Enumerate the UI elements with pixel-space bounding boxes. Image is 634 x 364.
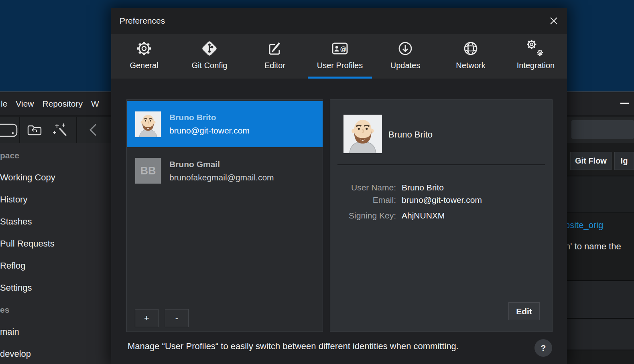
- branch-link-partial[interactable]: bsite_orig: [565, 220, 603, 231]
- row-divider: [567, 280, 634, 281]
- globe-icon: [461, 39, 480, 58]
- sidebar-item-pull-requests[interactable]: Pull Requests: [0, 238, 55, 249]
- help-button[interactable]: ?: [534, 339, 552, 357]
- contact-card-icon: @: [330, 39, 350, 58]
- sidebar: pace Working Copy History Stashes Pull R…: [0, 143, 111, 364]
- profile-email: brunofakegmail@gmail.com: [169, 173, 274, 182]
- detail-value: AhjNUNXM: [402, 210, 445, 220]
- tab-label: Integration: [517, 61, 555, 70]
- preferences-dialog: Preferences Genera: [111, 8, 567, 364]
- sidebar-item-settings[interactable]: Settings: [0, 282, 32, 293]
- git-logo-icon: [200, 39, 219, 58]
- git-flow-button[interactable]: Git Flow: [570, 152, 612, 170]
- svg-text:@: @: [340, 45, 347, 53]
- sidebar-item-branch-main[interactable]: main: [0, 326, 19, 338]
- background-row: [567, 319, 634, 350]
- tab-network[interactable]: Network: [439, 34, 503, 79]
- sidebar-item-working-copy[interactable]: Working Copy: [0, 172, 55, 183]
- toolbar-search-field[interactable]: [571, 120, 634, 139]
- tab-label: Editor: [264, 61, 285, 70]
- initials-avatar: BB: [135, 158, 161, 184]
- detail-profile-name: Bruno Brito: [388, 129, 433, 140]
- sidebar-item-branch-develop[interactable]: develop: [0, 348, 31, 360]
- double-gear-icon: [526, 39, 545, 58]
- profile-list-panel: Bruno Brito bruno@git-tower.com BB Bruno…: [126, 99, 323, 332]
- profile-name: Bruno Gmail: [169, 160, 274, 169]
- magic-wand-icon[interactable]: [51, 121, 72, 139]
- minimize-icon[interactable]: [620, 103, 629, 104]
- avatar: [135, 111, 161, 137]
- dialog-title-bar: Preferences: [111, 8, 567, 34]
- detail-label: User Name:: [339, 182, 396, 192]
- sidebar-item-history[interactable]: History: [0, 194, 27, 205]
- gear-icon: [134, 39, 154, 58]
- close-icon[interactable]: [549, 16, 559, 26]
- detail-label: Email:: [339, 195, 396, 205]
- profile-row-bruno-gmail[interactable]: BB Bruno Gmail brunofakegmail@gmail.com: [127, 157, 323, 185]
- tab-label: Updates: [390, 61, 421, 70]
- row-divider: [567, 212, 634, 213]
- active-tab-underline: [308, 77, 372, 79]
- tab-label: Git Config: [192, 61, 228, 70]
- hint-text-partial: n' to name the: [565, 241, 621, 252]
- footer-help-text: Manage “User Profiles“ to easily switch …: [128, 341, 513, 352]
- dialog-title: Preferences: [120, 16, 165, 26]
- detail-row-email: Email: bruno@git-tower.com: [339, 195, 544, 205]
- tab-updates[interactable]: Updates: [373, 34, 437, 79]
- ignore-button-partial[interactable]: Ig: [614, 152, 634, 170]
- detail-row-user-name: User Name: Bruno Brito: [339, 182, 544, 192]
- background-row: [567, 176, 634, 212]
- tab-label: Network: [456, 61, 485, 70]
- row-divider: [567, 318, 634, 319]
- menu-item-file-partial[interactable]: le: [1, 99, 7, 109]
- sidebar-item-reflog[interactable]: Reflog: [0, 260, 26, 271]
- open-folder-icon[interactable]: [26, 121, 43, 139]
- detail-row-signing-key: Signing Key: AhjNUNXM: [339, 210, 544, 220]
- tab-general[interactable]: General: [112, 34, 176, 79]
- tab-label: General: [130, 61, 158, 70]
- tab-label: User Profiles: [317, 61, 363, 70]
- detail-value: bruno@git-tower.com: [402, 195, 482, 205]
- profile-detail-panel: Bruno Brito User Name: Bruno Brito Email…: [330, 99, 553, 332]
- tab-editor[interactable]: Editor: [243, 34, 307, 79]
- tab-integration[interactable]: Integration: [504, 34, 568, 79]
- toolbar-divider: [19, 117, 20, 143]
- preferences-tab-bar: General Git Config: [111, 34, 567, 79]
- profile-email: bruno@git-tower.com: [169, 126, 250, 135]
- tab-git-config[interactable]: Git Config: [177, 34, 242, 79]
- tab-user-profiles[interactable]: @ User Profiles: [308, 34, 372, 79]
- edit-button[interactable]: Edit: [508, 302, 540, 320]
- edit-pencil-icon: [265, 39, 284, 58]
- profile-name: Bruno Brito: [169, 113, 250, 122]
- profile-list-actions: + -: [135, 309, 189, 327]
- toolbar-divider: [76, 117, 77, 143]
- row-divider: [567, 350, 634, 350]
- detail-value: Bruno Brito: [402, 182, 444, 192]
- menu-item-view[interactable]: View: [16, 99, 34, 109]
- screen: le View Repository W: [0, 0, 634, 364]
- detail-divider: [337, 164, 545, 165]
- menu-item-window-partial[interactable]: W: [91, 99, 99, 109]
- row-divider: [567, 176, 634, 176]
- sidebar-item-stashes[interactable]: Stashes: [0, 216, 32, 227]
- sidebar-header-workspace-partial: pace: [0, 150, 19, 161]
- download-circle-icon: [396, 39, 415, 58]
- menu-item-repository[interactable]: Repository: [43, 99, 83, 109]
- avatar-large: [343, 115, 382, 153]
- profile-row-bruno-brito[interactable]: Bruno Brito bruno@git-tower.com: [127, 101, 323, 147]
- right-background-panel: Git Flow Ig bsite_orig n' to name the: [567, 143, 634, 364]
- background-row: [567, 281, 634, 318]
- back-chevron-icon[interactable]: [85, 121, 103, 139]
- add-profile-button[interactable]: +: [135, 309, 158, 327]
- remove-profile-button[interactable]: -: [165, 309, 189, 327]
- detail-label: Signing Key:: [339, 210, 396, 220]
- sidebar-header-branches-partial: es: [0, 304, 9, 315]
- drive-icon[interactable]: [0, 123, 18, 138]
